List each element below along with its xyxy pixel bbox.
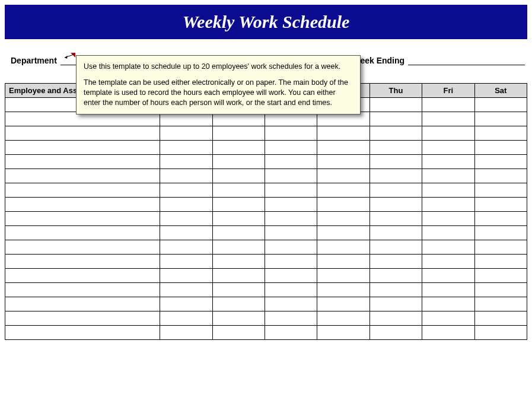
cell-day[interactable] xyxy=(160,297,212,311)
cell-day[interactable] xyxy=(369,155,422,169)
cell-day[interactable] xyxy=(474,326,527,340)
cell-day[interactable] xyxy=(160,326,212,340)
cell-day[interactable] xyxy=(422,269,474,283)
cell-employee[interactable] xyxy=(5,269,160,283)
cell-day[interactable] xyxy=(474,297,527,311)
cell-day[interactable] xyxy=(422,155,474,169)
cell-day[interactable] xyxy=(212,169,265,183)
cell-day[interactable] xyxy=(317,311,369,326)
cell-day[interactable] xyxy=(265,283,317,297)
cell-day[interactable] xyxy=(369,311,422,326)
cell-day[interactable] xyxy=(369,98,422,112)
cell-day[interactable] xyxy=(265,126,317,141)
week-ending-field[interactable] xyxy=(408,55,525,65)
cell-day[interactable] xyxy=(422,311,474,326)
cell-day[interactable] xyxy=(317,155,369,169)
cell-day[interactable] xyxy=(474,283,527,297)
cell-day[interactable] xyxy=(369,112,422,126)
cell-day[interactable] xyxy=(160,226,212,240)
cell-day[interactable] xyxy=(265,240,317,255)
cell-day[interactable] xyxy=(369,326,422,340)
cell-day[interactable] xyxy=(212,198,265,212)
cell-day[interactable] xyxy=(422,141,474,155)
cell-day[interactable] xyxy=(212,183,265,198)
cell-day[interactable] xyxy=(265,141,317,155)
cell-day[interactable] xyxy=(212,297,265,311)
cell-day[interactable] xyxy=(317,212,369,226)
cell-day[interactable] xyxy=(212,311,265,326)
cell-day[interactable] xyxy=(265,269,317,283)
cell-day[interactable] xyxy=(422,283,474,297)
cell-day[interactable] xyxy=(317,297,369,311)
cell-day[interactable] xyxy=(160,126,212,141)
cell-day[interactable] xyxy=(369,141,422,155)
cell-day[interactable] xyxy=(369,255,422,269)
cell-day[interactable] xyxy=(369,126,422,141)
cell-day[interactable] xyxy=(317,169,369,183)
cell-day[interactable] xyxy=(265,255,317,269)
cell-day[interactable] xyxy=(369,240,422,255)
cell-day[interactable] xyxy=(160,240,212,255)
cell-day[interactable] xyxy=(422,212,474,226)
cell-day[interactable] xyxy=(422,126,474,141)
cell-day[interactable] xyxy=(317,326,369,340)
cell-day[interactable] xyxy=(317,226,369,240)
cell-day[interactable] xyxy=(265,297,317,311)
cell-day[interactable] xyxy=(474,212,527,226)
cell-employee[interactable] xyxy=(5,326,160,340)
cell-day[interactable] xyxy=(474,269,527,283)
cell-day[interactable] xyxy=(265,198,317,212)
cell-day[interactable] xyxy=(474,141,527,155)
cell-day[interactable] xyxy=(474,198,527,212)
cell-employee[interactable] xyxy=(5,141,160,155)
cell-day[interactable] xyxy=(422,240,474,255)
cell-day[interactable] xyxy=(474,155,527,169)
cell-employee[interactable] xyxy=(5,297,160,311)
cell-day[interactable] xyxy=(422,169,474,183)
cell-day[interactable] xyxy=(422,226,474,240)
cell-day[interactable] xyxy=(422,326,474,340)
cell-day[interactable] xyxy=(212,155,265,169)
cell-employee[interactable] xyxy=(5,240,160,255)
cell-day[interactable] xyxy=(160,212,212,226)
cell-day[interactable] xyxy=(317,283,369,297)
cell-day[interactable] xyxy=(369,169,422,183)
cell-day[interactable] xyxy=(265,169,317,183)
cell-day[interactable] xyxy=(265,183,317,198)
cell-day[interactable] xyxy=(474,226,527,240)
cell-day[interactable] xyxy=(474,183,527,198)
cell-day[interactable] xyxy=(160,269,212,283)
cell-day[interactable] xyxy=(160,311,212,326)
cell-day[interactable] xyxy=(160,155,212,169)
cell-day[interactable] xyxy=(369,226,422,240)
cell-day[interactable] xyxy=(212,269,265,283)
cell-day[interactable] xyxy=(317,269,369,283)
cell-day[interactable] xyxy=(422,255,474,269)
cell-day[interactable] xyxy=(212,212,265,226)
cell-employee[interactable] xyxy=(5,226,160,240)
cell-day[interactable] xyxy=(212,240,265,255)
cell-day[interactable] xyxy=(212,255,265,269)
cell-day[interactable] xyxy=(474,98,527,112)
cell-day[interactable] xyxy=(212,326,265,340)
cell-day[interactable] xyxy=(369,269,422,283)
cell-day[interactable] xyxy=(369,297,422,311)
cell-day[interactable] xyxy=(317,141,369,155)
cell-day[interactable] xyxy=(474,240,527,255)
cell-day[interactable] xyxy=(160,169,212,183)
cell-day[interactable] xyxy=(422,198,474,212)
cell-employee[interactable] xyxy=(5,155,160,169)
cell-day[interactable] xyxy=(369,212,422,226)
cell-day[interactable] xyxy=(265,155,317,169)
cell-day[interactable] xyxy=(422,112,474,126)
cell-employee[interactable] xyxy=(5,126,160,141)
cell-day[interactable] xyxy=(160,183,212,198)
cell-day[interactable] xyxy=(265,226,317,240)
cell-day[interactable] xyxy=(474,311,527,326)
cell-day[interactable] xyxy=(212,226,265,240)
cell-day[interactable] xyxy=(317,255,369,269)
cell-employee[interactable] xyxy=(5,311,160,326)
cell-day[interactable] xyxy=(160,198,212,212)
cell-day[interactable] xyxy=(317,183,369,198)
cell-day[interactable] xyxy=(317,240,369,255)
